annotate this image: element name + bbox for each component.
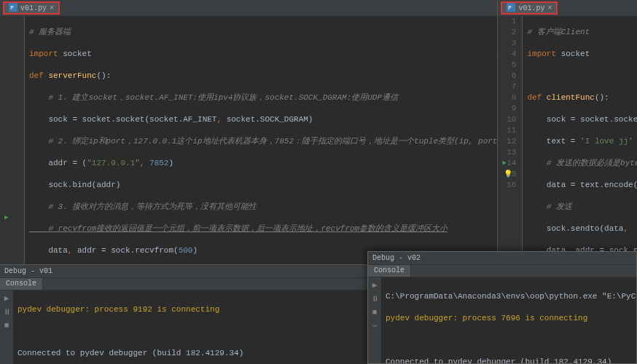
bulb-icon[interactable]: 💡 xyxy=(504,169,512,180)
svg-text:P: P xyxy=(509,5,512,11)
python-file-icon: P xyxy=(507,3,515,14)
python-file-icon: P xyxy=(9,3,17,14)
console-tab[interactable]: Console xyxy=(368,265,411,277)
code-left[interactable]: # 服务器端 import socket def serverFunc(): #… xyxy=(25,16,497,264)
debug-title[interactable]: Debug - v01 xyxy=(0,265,367,278)
stop-icon[interactable]: ■ xyxy=(4,321,9,330)
left-pane: P v01.py × ▾ ▶ # 服务器端 import socket def … xyxy=(0,0,498,264)
close-icon[interactable]: × xyxy=(50,4,54,12)
tab-v01-left[interactable]: P v01.py × xyxy=(3,1,60,15)
debug-panel-left: Debug - v01 Console ▶ ⏸ ■ pydev debugger… xyxy=(0,264,367,364)
right-pane: P v01.py × 1 2 3 ▾4 5 6 7 8 9 10 11 12 1… xyxy=(498,0,637,264)
workspace: P v01.py × ▾ ▶ # 服务器端 import socket def … xyxy=(0,0,637,264)
tab-label: v01.py xyxy=(518,4,544,12)
gutter-right: 1 2 3 ▾4 5 6 7 8 9 10 11 12 13 ▶14 💡15 1… xyxy=(498,16,523,264)
debug-title[interactable]: Debug - v02 xyxy=(368,252,636,265)
editor-right[interactable]: 1 2 3 ▾4 5 6 7 8 9 10 11 12 13 ▶14 💡15 1… xyxy=(498,16,637,264)
tabbar-right: P v01.py × xyxy=(498,0,637,16)
debug-side-icons: ▶ ⏸ ■ xyxy=(0,290,13,364)
editor-left[interactable]: ▾ ▶ # 服务器端 import socket def serverFunc(… xyxy=(0,16,497,264)
console-output-right[interactable]: C:\ProgramData\Anaconda3\envs\oop\python… xyxy=(381,277,636,363)
console-output-left[interactable]: pydev debugger: process 9192 is connecti… xyxy=(13,290,367,364)
pause-icon[interactable]: ⏸ xyxy=(371,294,379,304)
stop-icon[interactable]: ■ xyxy=(372,308,378,317)
debug-tabs: Console xyxy=(0,278,367,290)
debug-tabs: Console xyxy=(368,265,636,277)
svg-text:P: P xyxy=(10,5,14,11)
tab-label: v01.py xyxy=(20,4,47,12)
tabbar-left: P v01.py × xyxy=(0,0,497,16)
console-tab[interactable]: Console xyxy=(0,278,43,290)
run-icon[interactable]: ▶ xyxy=(4,213,8,223)
step-icon[interactable]: ▶ xyxy=(4,293,9,303)
close-icon[interactable]: × xyxy=(547,4,552,12)
more-icon[interactable]: ⋯ xyxy=(372,321,378,331)
gutter-left: ▾ ▶ xyxy=(0,16,25,264)
tab-v01-right[interactable]: P v01.py × xyxy=(501,1,558,15)
pause-icon[interactable]: ⏸ xyxy=(3,307,11,317)
debug-side-icons: ▶ ⏸ ■ ⋯ xyxy=(368,277,381,363)
debug-panel-right: Debug - v02 Console ▶ ⏸ ■ ⋯ C:\ProgramDa… xyxy=(367,251,637,364)
step-icon[interactable]: ▶ xyxy=(372,280,378,290)
run-icon[interactable]: ▶ xyxy=(502,158,506,169)
code-right[interactable]: # 客户端Client import socket def clientFunc… xyxy=(523,16,637,264)
